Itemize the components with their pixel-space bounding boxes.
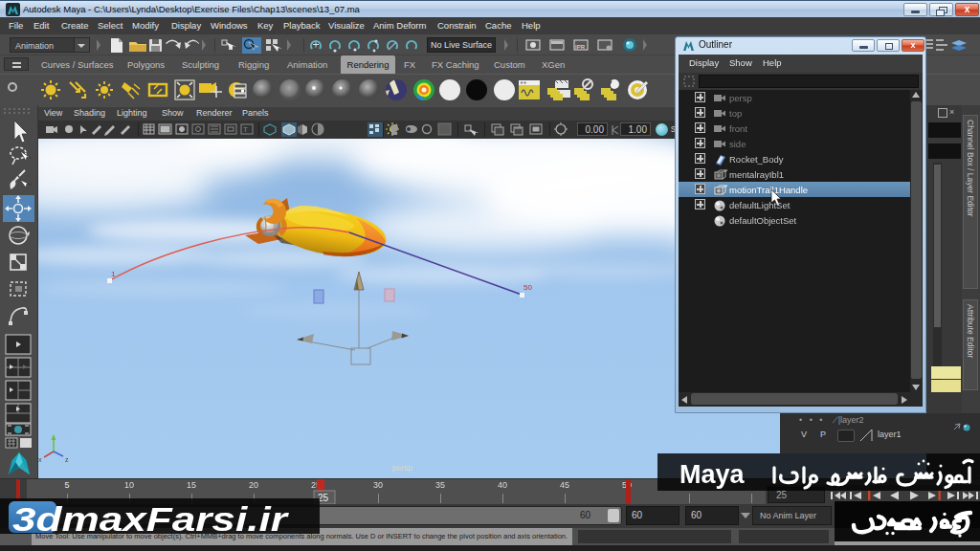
svg-text:T: T [243,125,248,134]
svg-text:z: z [65,456,69,463]
svg-text:50: 50 [523,283,532,292]
svg-text:1: 1 [111,270,116,278]
svg-text:IPR: IPR [575,44,586,50]
svg-text:x: x [38,456,42,463]
svg-text:persp: persp [392,463,413,473]
